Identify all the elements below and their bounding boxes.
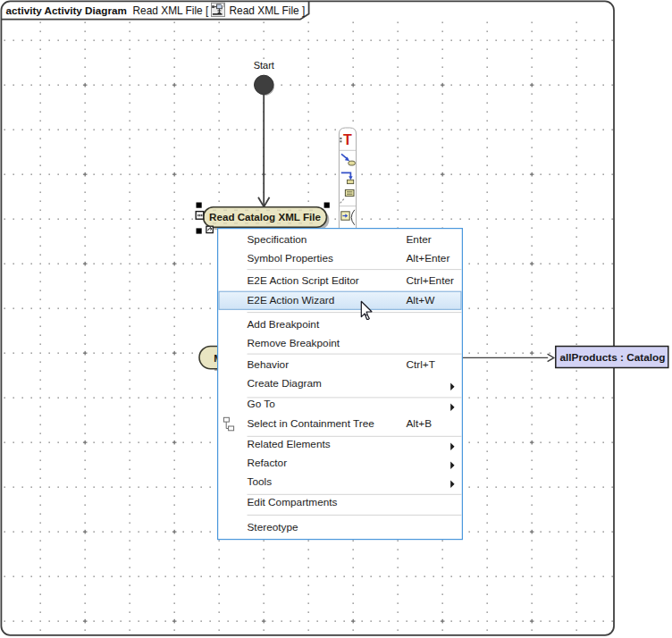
svg-text:Add Breakpoint: Add Breakpoint: [248, 318, 320, 331]
svg-text:Alt+B: Alt+B: [407, 417, 433, 430]
svg-text:Enter: Enter: [407, 233, 432, 246]
svg-text:E2E Action Wizard: E2E Action Wizard: [248, 294, 335, 306]
svg-text:Select in Containment Tree: Select in Containment Tree: [248, 417, 375, 430]
svg-text:Symbol Properties: Symbol Properties: [248, 252, 333, 264]
svg-text:Go To: Go To: [248, 398, 276, 410]
svg-text:Create Diagram: Create Diagram: [248, 377, 322, 390]
svg-text:E2E Action Script Editor: E2E Action Script Editor: [248, 274, 359, 287]
svg-text:Alt+W: Alt+W: [407, 294, 436, 306]
svg-text:Stereotype: Stereotype: [248, 521, 298, 533]
svg-text:Ctrl+Enter: Ctrl+Enter: [407, 274, 455, 287]
svg-text:Behavior: Behavior: [248, 358, 290, 371]
svg-text:Tools: Tools: [248, 475, 273, 488]
svg-text:Related Elements: Related Elements: [248, 438, 331, 450]
svg-text:Refactor: Refactor: [248, 457, 288, 469]
svg-text:Edit Compartments: Edit Compartments: [248, 496, 338, 508]
svg-text:Specification: Specification: [248, 233, 307, 246]
svg-text:Alt+Enter: Alt+Enter: [407, 252, 450, 264]
svg-text:Ctrl+T: Ctrl+T: [407, 358, 435, 371]
svg-text:Remove Breakpoint: Remove Breakpoint: [248, 337, 340, 349]
